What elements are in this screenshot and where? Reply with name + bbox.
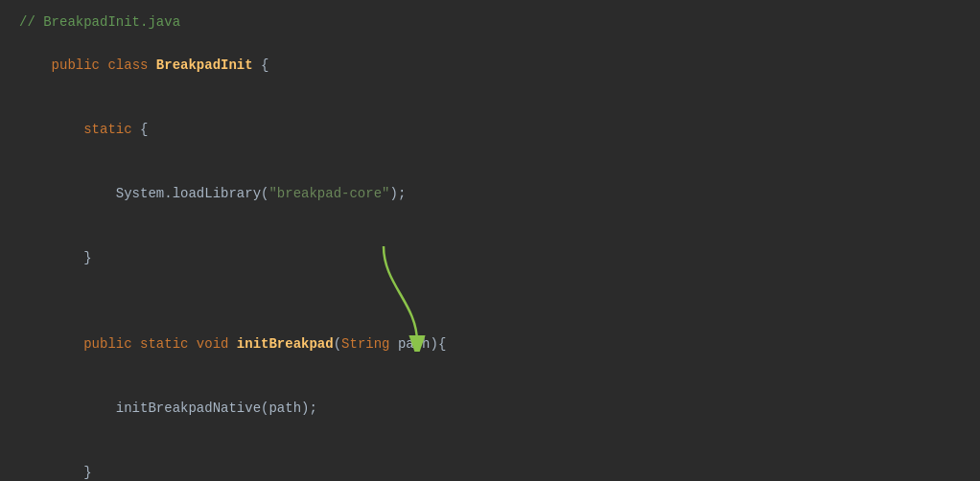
keyword-public: public <box>52 57 108 73</box>
code-line-1: public class BreakpadInit { <box>19 33 961 97</box>
method-initBreakpad: initBreakpad <box>237 336 334 352</box>
code-line-3: System.loadLibrary("breakpad-core"); <box>19 162 961 226</box>
code-editor: // BreakpadInit.java public class Breakp… <box>19 11 961 481</box>
code-line-2: static { <box>19 98 961 162</box>
code-line-4: } <box>19 226 961 290</box>
string-breakpad-core: "breakpad-core" <box>268 186 389 201</box>
keyword-void: void <box>197 336 237 352</box>
keyword-static: static <box>83 122 131 137</box>
code-line-6: public static void initBreakpad(String p… <box>19 311 961 376</box>
keyword-class: class <box>107 57 155 73</box>
class-name: BreakpadInit <box>156 57 253 73</box>
comment-line-1: // BreakpadInit.java <box>19 11 961 33</box>
code-line-7: initBreakpadNative(path); <box>19 377 961 441</box>
code-line-8: } <box>19 441 961 481</box>
keyword-static2: static <box>140 336 197 352</box>
keyword-public2: public <box>83 336 140 352</box>
param-type-string: String <box>341 336 389 352</box>
code-line-5 <box>19 290 961 311</box>
